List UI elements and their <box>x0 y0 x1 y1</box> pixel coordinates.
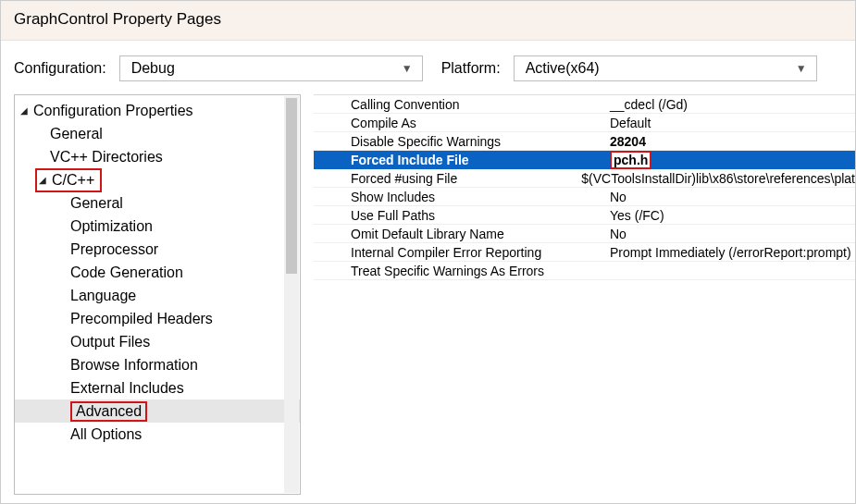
prop-value[interactable]: Prompt Immediately (/errorReport:prompt) <box>610 245 855 260</box>
tree-item-output-files[interactable]: Output Files <box>15 330 300 353</box>
caret-down-icon: ◢ <box>20 105 33 116</box>
prop-name: Calling Convention <box>314 97 610 112</box>
grid-row-forced-include[interactable]: Forced Include File pch.h <box>314 151 855 169</box>
tree-label: VC++ Directories <box>50 149 163 166</box>
caret-down-icon: ◢ <box>39 175 52 185</box>
tree-item-ccpp-general[interactable]: General <box>15 191 300 215</box>
tree-label: Precompiled Headers <box>70 311 213 327</box>
tree-label: Advanced <box>70 401 147 422</box>
tree-item-general[interactable]: General <box>15 122 300 145</box>
prop-name: Internal Compiler Error Reporting <box>314 245 610 260</box>
tree-item-vcpp-dirs[interactable]: VC++ Directories <box>15 145 300 168</box>
tree-label: C/C++ <box>52 172 94 189</box>
platform-value: Active(x64) <box>526 60 600 77</box>
tree-label: Optimization <box>70 218 153 235</box>
prop-name: Forced Include File <box>314 153 610 167</box>
tree-label: External Includes <box>70 380 184 397</box>
chevron-down-icon: ▼ <box>402 62 413 75</box>
prop-name: Compile As <box>314 116 610 130</box>
prop-name: Omit Default Library Name <box>314 227 610 241</box>
prop-value[interactable]: Yes (/FC) <box>610 208 855 223</box>
tree-root[interactable]: ◢ Configuration Properties <box>15 99 300 122</box>
tree-item-codegen[interactable]: Code Generation <box>15 261 300 284</box>
tree-item-ccpp[interactable]: ◢ C/C++ <box>15 168 300 191</box>
tree-label: Configuration Properties <box>33 103 193 119</box>
prop-value[interactable]: No <box>610 227 855 241</box>
configuration-label: Configuration: <box>14 60 106 77</box>
grid-row-compile-as[interactable]: Compile As Default <box>314 114 855 132</box>
tree-item-all-options[interactable]: All Options <box>15 423 300 446</box>
grid-row-calling-convention[interactable]: Calling Convention __cdecl (/Gd) <box>314 95 855 114</box>
tree-item-browse-info[interactable]: Browse Information <box>15 353 300 376</box>
configuration-value: Debug <box>131 60 175 77</box>
tree-label: General <box>70 195 123 212</box>
tree-item-language[interactable]: Language <box>15 284 300 307</box>
window-title: GraphControl Property Pages <box>1 1 855 41</box>
tree-label: Language <box>70 288 136 304</box>
grid-row-forced-using[interactable]: Forced #using File $(VCToolsInstallDir)l… <box>314 169 855 188</box>
configuration-dropdown[interactable]: Debug ▼ <box>119 55 423 81</box>
tree-item-advanced[interactable]: Advanced <box>15 400 300 423</box>
platform-label: Platform: <box>441 60 501 77</box>
prop-value[interactable]: Default <box>610 116 855 130</box>
tree-label: Code Generation <box>70 264 183 281</box>
scrollbar-thumb[interactable] <box>286 98 297 274</box>
tree-item-external-includes[interactable]: External Includes <box>15 376 300 400</box>
chevron-down-icon: ▼ <box>796 62 807 75</box>
grid-row-disable-warnings[interactable]: Disable Specific Warnings 28204 <box>314 132 855 151</box>
prop-value[interactable]: 28204 <box>610 134 855 149</box>
grid-row-ice-report[interactable]: Internal Compiler Error Reporting Prompt… <box>314 243 855 262</box>
prop-name: Use Full Paths <box>314 208 610 223</box>
grid-row-warn-errors[interactable]: Treat Specific Warnings As Errors <box>314 262 855 280</box>
highlighted-value: pch.h <box>610 151 651 169</box>
tree-item-preprocessor[interactable]: Preprocessor <box>15 238 300 261</box>
tree-panel: ◢ Configuration Properties General VC++ … <box>14 94 301 495</box>
prop-value[interactable]: pch.h <box>610 151 855 169</box>
tree-label: Output Files <box>70 334 150 350</box>
tree-label: All Options <box>70 426 142 443</box>
grid-row-omit-lib[interactable]: Omit Default Library Name No <box>314 225 855 243</box>
prop-name: Disable Specific Warnings <box>314 134 610 149</box>
platform-dropdown[interactable]: Active(x64) ▼ <box>514 55 817 81</box>
prop-value[interactable]: __cdecl (/Gd) <box>610 97 855 112</box>
tree-item-optimization[interactable]: Optimization <box>15 215 300 238</box>
toolbar: Configuration: Debug ▼ Platform: Active(… <box>1 41 855 94</box>
grid-row-full-paths[interactable]: Use Full Paths Yes (/FC) <box>314 206 855 225</box>
prop-value[interactable]: $(VCToolsInstallDir)lib\x86\store\refere… <box>581 171 855 186</box>
prop-value[interactable]: No <box>610 190 855 204</box>
tree-label: Browse Information <box>70 357 198 374</box>
prop-name: Show Includes <box>314 190 610 204</box>
prop-name: Forced #using File <box>314 171 581 186</box>
property-grid: Calling Convention __cdecl (/Gd) Compile… <box>314 94 855 495</box>
tree-scrollbar[interactable] <box>284 96 299 493</box>
grid-row-show-includes[interactable]: Show Includes No <box>314 188 855 206</box>
tree-label: Preprocessor <box>70 241 158 258</box>
tree-item-precompiled[interactable]: Precompiled Headers <box>15 307 300 330</box>
prop-name: Treat Specific Warnings As Errors <box>314 264 610 278</box>
tree-label: General <box>50 126 103 142</box>
